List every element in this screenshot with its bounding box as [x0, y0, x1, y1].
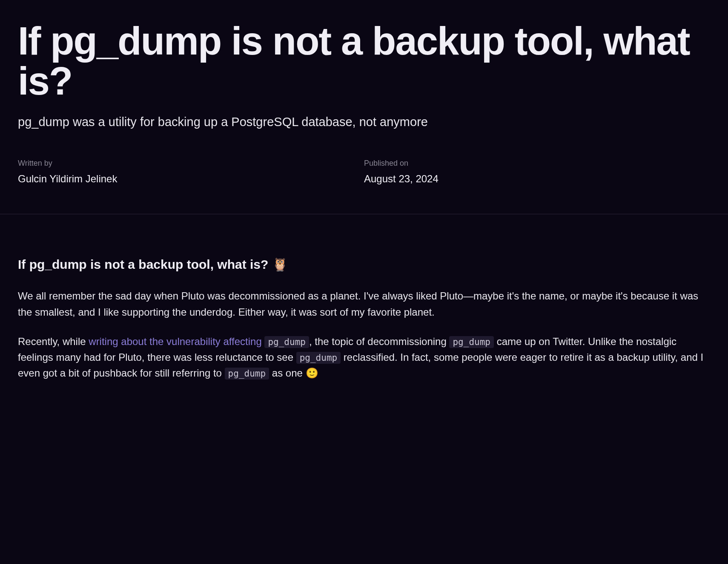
- code-inline: pg_dump: [296, 352, 341, 364]
- text-span: Recently, while: [18, 336, 89, 347]
- code-inline: pg_dump: [264, 336, 309, 348]
- published-block: Published on August 23, 2024: [364, 159, 710, 185]
- paragraph-1: We all remember the sad day when Pluto w…: [18, 288, 710, 319]
- code-inline: pg_dump: [449, 336, 494, 348]
- text-span: , the topic of decommissioning: [309, 336, 450, 347]
- text-span: as one 🙂: [269, 367, 318, 379]
- article-meta: Written by Gulcin Yildirim Jelinek Publi…: [18, 159, 710, 185]
- written-by-label: Written by: [18, 159, 364, 168]
- author-name: Gulcin Yildirim Jelinek: [18, 173, 364, 185]
- vulnerability-link[interactable]: writing about the vulnerability affectin…: [89, 336, 309, 347]
- section-heading: If pg_dump is not a backup tool, what is…: [18, 257, 710, 272]
- code-inline: pg_dump: [225, 368, 269, 380]
- article-title: If pg_dump is not a backup tool, what is…: [18, 21, 710, 101]
- link-text: writing about the vulnerability affectin…: [89, 336, 264, 347]
- publish-date: August 23, 2024: [364, 173, 710, 185]
- article-subtitle: pg_dump was a utility for backing up a P…: [18, 114, 710, 130]
- author-block: Written by Gulcin Yildirim Jelinek: [18, 159, 364, 185]
- published-on-label: Published on: [364, 159, 710, 168]
- paragraph-2: Recently, while writing about the vulner…: [18, 334, 710, 381]
